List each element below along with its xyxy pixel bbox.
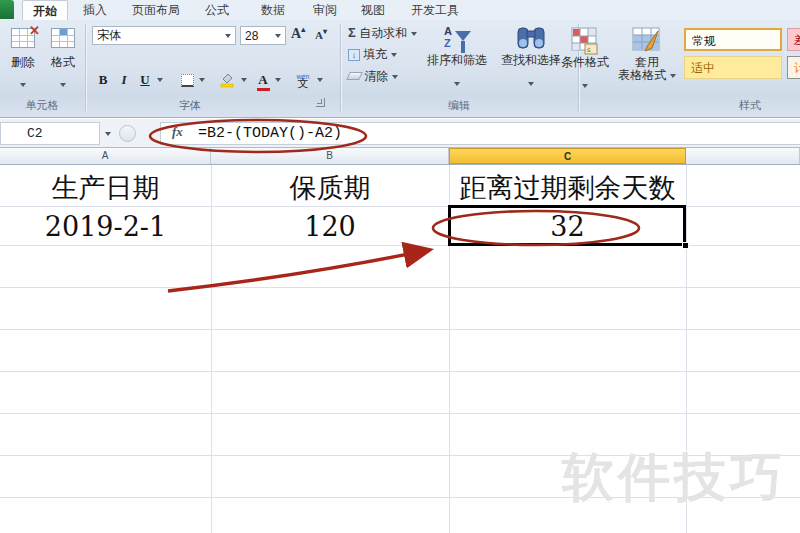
sigma-icon <box>348 26 356 40</box>
cells-group-label: 单元格 <box>0 98 84 113</box>
tab-view[interactable]: 视图 <box>352 0 394 20</box>
styles-group-label: 样式 <box>700 98 800 113</box>
dropdown-caret <box>392 75 398 79</box>
font-name-combo[interactable]: 宋体 <box>92 26 236 45</box>
tab-page-layout[interactable]: 页面布局 <box>122 0 190 20</box>
italic-button[interactable]: I <box>116 69 132 91</box>
dropdown-caret <box>105 132 111 136</box>
autosum-button[interactable]: 自动求和 <box>348 25 417 42</box>
font-group-label: 字体 <box>140 98 240 113</box>
borders-icon <box>181 74 194 87</box>
dropdown-caret <box>157 78 163 82</box>
cell-C1[interactable]: 距离过期剩余天数 <box>449 170 686 206</box>
phonetic-dropdown[interactable] <box>315 69 325 91</box>
dropdown-caret <box>275 34 281 38</box>
dropdown-caret <box>20 83 26 87</box>
tab-data[interactable]: 数据 <box>252 0 294 20</box>
dropdown-caret <box>275 78 281 82</box>
dropdown-caret <box>317 78 323 82</box>
font-size-combo[interactable]: 28 <box>240 26 286 45</box>
selected-cell-border <box>448 205 686 246</box>
gridline <box>0 287 800 288</box>
formula-bar: C2 fx =B2-(TODAY()-A2) <box>0 119 800 148</box>
dropdown-caret <box>199 78 205 82</box>
name-box[interactable]: C2 <box>0 122 100 145</box>
conditional-formatting-icon: ≤ <box>556 22 614 56</box>
font-dialog-launcher[interactable] <box>316 98 325 107</box>
fill-color-dropdown[interactable] <box>239 69 249 91</box>
column-header-c[interactable]: C <box>449 148 686 164</box>
style-gallery-item-calculation[interactable]: 计 <box>787 56 800 79</box>
cell-A2[interactable]: 2019-2-1 <box>0 211 211 242</box>
column-header-b[interactable]: B <box>211 148 449 164</box>
dropdown-caret <box>60 83 66 87</box>
phonetic-guide-button[interactable]: wén 文 <box>292 69 314 91</box>
cell-B2[interactable]: 120 <box>211 211 449 242</box>
fill-down-icon <box>348 49 360 61</box>
shrink-font-button[interactable]: A▾ <box>315 27 327 41</box>
ribbon-tab-bar: 开始 插入 页面布局 公式 数据 审阅 视图 开发工具 <box>0 0 800 20</box>
watermark: 软件技巧 <box>562 443 786 513</box>
sort-filter-button[interactable]: AZ 排序和筛选 <box>422 22 492 96</box>
dropdown-caret <box>670 74 676 78</box>
style-gallery-item-normal[interactable]: 常规 <box>684 28 782 51</box>
tab-insert[interactable]: 插入 <box>74 0 116 20</box>
formula-text: =B2-(TODAY()-A2) <box>198 125 342 142</box>
dropdown-caret <box>454 82 460 86</box>
insert-function-icon[interactable]: fx <box>172 124 183 140</box>
column-headers: A B C <box>0 148 800 165</box>
tab-review[interactable]: 审阅 <box>304 0 346 20</box>
file-button-icon[interactable] <box>0 0 14 19</box>
clear-button[interactable]: 清除 <box>348 68 398 85</box>
gridline <box>0 413 800 414</box>
tab-home[interactable]: 开始 <box>22 0 68 20</box>
font-color-icon: A <box>258 72 267 88</box>
cell-A1[interactable]: 生产日期 <box>0 170 211 206</box>
sort-filter-icon: AZ <box>422 22 492 54</box>
format-as-table-icon <box>618 22 676 56</box>
fill-color-button[interactable] <box>216 69 238 91</box>
conditional-formatting-button[interactable]: ≤ 条件格式 <box>556 22 614 96</box>
style-gallery-item-bad[interactable]: 差 <box>787 28 800 51</box>
borders-button[interactable] <box>178 69 196 91</box>
grow-font-button[interactable]: A▴ <box>291 25 305 42</box>
borders-dropdown[interactable] <box>197 69 207 91</box>
column-header-a[interactable]: A <box>0 148 211 164</box>
dropdown-caret <box>225 34 231 38</box>
delete-cells-button[interactable]: 删除 <box>4 22 42 96</box>
fill-button[interactable]: 填充 <box>348 46 397 63</box>
eraser-icon <box>346 72 363 80</box>
excel-window: 开始 插入 页面布局 公式 数据 审阅 视图 开发工具 删除 格式 单元格 <box>0 0 800 533</box>
font-color-dropdown[interactable] <box>273 69 283 91</box>
format-as-table-button[interactable]: 套用 表格格式 <box>618 22 676 96</box>
column-header-d[interactable] <box>686 148 800 164</box>
ribbon: 删除 格式 单元格 宋体 28 A▴ A▾ B I U <box>0 20 800 118</box>
cell-B1[interactable]: 保质期 <box>211 170 449 206</box>
name-box-dropdown[interactable] <box>100 122 116 145</box>
dropdown-caret <box>241 78 247 82</box>
underline-button[interactable]: U <box>136 69 154 91</box>
format-table-icon <box>44 28 82 52</box>
format-cells-button[interactable]: 格式 <box>44 22 82 96</box>
gridline <box>0 371 800 372</box>
bold-button[interactable]: B <box>94 69 112 91</box>
paint-bucket-icon <box>219 72 235 88</box>
gridline <box>0 329 800 330</box>
style-gallery-item-neutral[interactable]: 适中 <box>684 56 782 79</box>
svg-text:≤: ≤ <box>587 46 591 53</box>
spreadsheet: A B C 软件技巧 生产日期 保质期 距离过期剩余天数 2019-2-1 12… <box>0 148 800 533</box>
underline-dropdown[interactable] <box>155 69 165 91</box>
dropdown-caret <box>582 84 588 88</box>
dropdown-caret <box>391 53 397 57</box>
fill-handle[interactable] <box>682 242 689 249</box>
tab-formulas[interactable]: 公式 <box>196 0 238 20</box>
delete-table-icon <box>4 28 42 52</box>
tab-developer[interactable]: 开发工具 <box>402 0 468 20</box>
dropdown-caret <box>528 82 534 86</box>
formula-bar-button[interactable] <box>119 125 136 142</box>
dropdown-caret <box>411 32 417 36</box>
font-color-button[interactable]: A <box>254 69 272 91</box>
editing-group-label: 编辑 <box>340 98 578 113</box>
